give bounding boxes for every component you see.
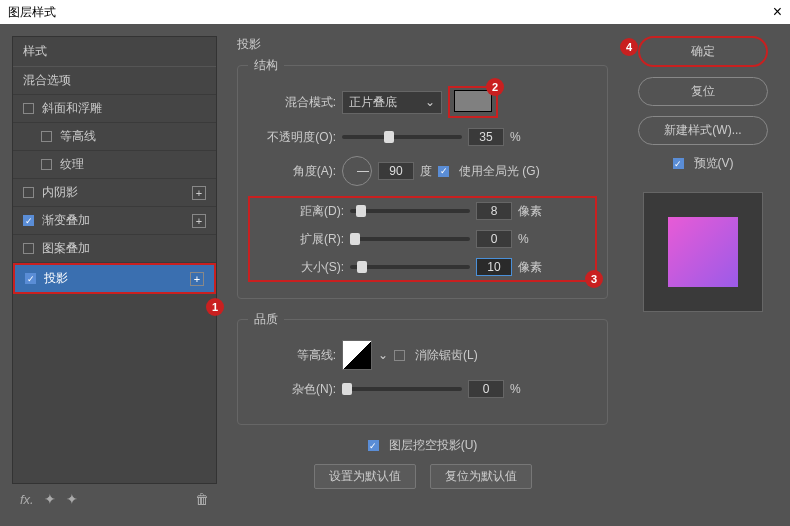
window-title: 图层样式: [8, 4, 56, 21]
knockout-checkbox[interactable]: ✓: [368, 440, 379, 451]
main: 样式 混合选项 斜面和浮雕 等高线 纹理 内阴影 + ✓: [0, 24, 790, 526]
preview-box: [643, 192, 763, 312]
checkbox[interactable]: [41, 159, 52, 170]
style-item-texture[interactable]: 纹理: [13, 151, 216, 179]
styles-list: 样式 混合选项 斜面和浮雕 等高线 纹理 内阴影 + ✓: [12, 36, 217, 484]
center-column: 投影 结构 混合模式: 正片叠底 ⌄ 2 不透明度(O): 3: [229, 36, 616, 514]
down-icon[interactable]: ✦: [66, 491, 78, 507]
angle-row: 角度(A): 90 度 ✓ 使用全局光 (G): [248, 156, 597, 186]
new-style-button[interactable]: 新建样式(W)...: [638, 116, 768, 145]
ok-button[interactable]: 确定: [638, 36, 768, 67]
style-item-bevel[interactable]: 斜面和浮雕: [13, 95, 216, 123]
preview-checkbox[interactable]: ✓: [673, 158, 684, 169]
distance-input[interactable]: 8: [476, 202, 512, 220]
shadow-color-swatch[interactable]: [454, 90, 492, 112]
chevron-down-icon[interactable]: ⌄: [378, 348, 388, 362]
structure-group: 结构 混合模式: 正片叠底 ⌄ 2 不透明度(O): 35 %: [237, 57, 608, 299]
right-column: 4 确定 复位 新建样式(W)... ✓ 预览(V): [628, 36, 778, 514]
style-item-pattern-overlay[interactable]: 图案叠加: [13, 235, 216, 263]
angle-input[interactable]: 90: [378, 162, 414, 180]
titlebar: 图层样式 ×: [0, 0, 790, 24]
checkbox[interactable]: [23, 187, 34, 198]
plus-icon[interactable]: +: [190, 272, 204, 286]
reset-default-button[interactable]: 复位为默认值: [430, 464, 532, 489]
opacity-row: 不透明度(O): 35 %: [248, 128, 597, 146]
blend-options-item[interactable]: 混合选项: [13, 67, 216, 95]
checkbox[interactable]: [41, 131, 52, 142]
size-input[interactable]: 10: [476, 258, 512, 276]
cancel-button[interactable]: 复位: [638, 77, 768, 106]
contour-picker[interactable]: [342, 340, 372, 370]
style-item-drop-shadow[interactable]: ✓ 投影 +: [13, 263, 216, 294]
checkbox[interactable]: ✓: [23, 215, 34, 226]
antialias-checkbox[interactable]: [394, 350, 405, 361]
distance-slider[interactable]: [350, 209, 470, 213]
chevron-down-icon: ⌄: [425, 95, 435, 109]
plus-icon[interactable]: +: [192, 214, 206, 228]
defaults-row: 设置为默认值 复位为默认值: [237, 464, 608, 489]
badge-3: 3: [585, 270, 603, 288]
badge-1: 1: [206, 298, 224, 316]
style-item-contour[interactable]: 等高线: [13, 123, 216, 151]
contour-row: 等高线: ⌄ 消除锯齿(L): [248, 340, 597, 370]
close-icon[interactable]: ×: [773, 3, 782, 21]
blend-mode-select[interactable]: 正片叠底 ⌄: [342, 91, 442, 114]
quality-group: 品质 等高线: ⌄ 消除锯齿(L) 杂色(N): 0 %: [237, 311, 608, 425]
knockout-row: ✓ 图层挖空投影(U): [237, 437, 608, 454]
set-default-button[interactable]: 设置为默认值: [314, 464, 416, 489]
size-row: 大小(S): 10 像素: [256, 258, 589, 276]
styles-header[interactable]: 样式: [13, 37, 216, 67]
badge-4: 4: [620, 38, 638, 56]
spread-row: 扩展(R): 0 %: [256, 230, 589, 248]
opacity-input[interactable]: 35: [468, 128, 504, 146]
distance-row: 距离(D): 8 像素: [256, 202, 589, 220]
preview-swatch: [668, 217, 738, 287]
opacity-slider[interactable]: [342, 135, 462, 139]
spread-slider[interactable]: [350, 237, 470, 241]
angle-dial[interactable]: [342, 156, 372, 186]
checkbox[interactable]: [23, 103, 34, 114]
left-column: 样式 混合选项 斜面和浮雕 等高线 纹理 内阴影 + ✓: [12, 36, 217, 514]
plus-icon[interactable]: +: [192, 186, 206, 200]
blend-mode-row: 混合模式: 正片叠底 ⌄ 2: [248, 86, 597, 118]
panel-title: 投影: [237, 36, 608, 53]
trash-icon[interactable]: 🗑: [195, 491, 209, 507]
noise-input[interactable]: 0: [468, 380, 504, 398]
distance-spread-size-group: 距离(D): 8 像素 扩展(R): 0 % 大小(S): 10 像素: [248, 196, 597, 282]
preview-toggle-row: ✓ 预览(V): [673, 155, 734, 172]
global-light-checkbox[interactable]: ✓: [438, 166, 449, 177]
noise-row: 杂色(N): 0 %: [248, 380, 597, 398]
up-icon[interactable]: ✦: [44, 491, 56, 507]
size-slider[interactable]: [350, 265, 470, 269]
style-item-gradient-overlay[interactable]: ✓ 渐变叠加 +: [13, 207, 216, 235]
style-item-inner-shadow[interactable]: 内阴影 +: [13, 179, 216, 207]
bottom-toolbar: fx. ✦ ✦ 🗑: [12, 484, 217, 514]
checkbox[interactable]: ✓: [25, 273, 36, 284]
spread-input[interactable]: 0: [476, 230, 512, 248]
checkbox[interactable]: [23, 243, 34, 254]
badge-2: 2: [486, 78, 504, 96]
noise-slider[interactable]: [342, 387, 462, 391]
fx-icon[interactable]: fx.: [20, 492, 34, 507]
